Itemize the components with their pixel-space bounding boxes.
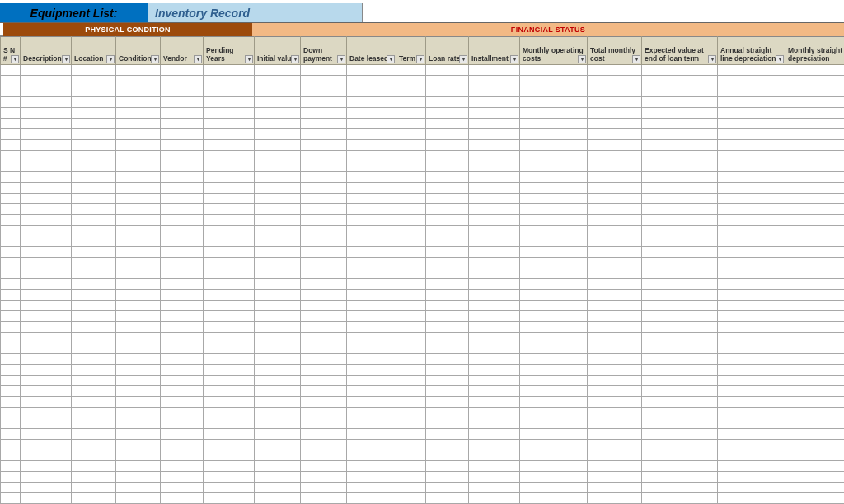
cell-loc[interactable]	[72, 301, 116, 311]
cell-cond[interactable]	[116, 386, 161, 397]
cell-pend[interactable]	[204, 472, 255, 483]
cell-date[interactable]	[347, 204, 396, 215]
cell-pend[interactable]	[204, 258, 255, 268]
cell-vend[interactable]	[161, 386, 204, 397]
cell-date[interactable]	[347, 151, 396, 161]
cell-pend[interactable]	[204, 65, 255, 76]
cell-inst[interactable]	[469, 440, 520, 450]
column-header-tmc[interactable]: Total monthly cost▾	[588, 37, 642, 65]
cell-loan[interactable]	[426, 268, 469, 279]
cell-inst[interactable]	[469, 450, 520, 461]
cell-ev[interactable]	[642, 215, 718, 226]
cell-vend[interactable]	[161, 354, 204, 365]
cell-inst[interactable]	[469, 397, 520, 408]
cell-term[interactable]	[396, 108, 426, 119]
cell-init[interactable]	[255, 376, 301, 386]
cell-inst[interactable]	[469, 429, 520, 440]
cell-inst[interactable]	[469, 493, 520, 504]
cell-cond[interactable]	[116, 204, 161, 215]
cell-asd[interactable]	[718, 354, 785, 365]
cell-inst[interactable]	[469, 333, 520, 343]
cell-tmc[interactable]	[588, 472, 642, 483]
cell-desc[interactable]	[21, 343, 72, 354]
cell-asd[interactable]	[718, 440, 785, 450]
cell-asd[interactable]	[718, 279, 785, 290]
cell-mop[interactable]	[520, 461, 588, 472]
cell-date[interactable]	[347, 397, 396, 408]
cell-sn[interactable]	[1, 450, 21, 461]
cell-desc[interactable]	[21, 493, 72, 504]
cell-vend[interactable]	[161, 97, 204, 108]
cell-date[interactable]	[347, 386, 396, 397]
cell-asd[interactable]	[718, 97, 785, 108]
cell-term[interactable]	[396, 483, 426, 493]
cell-down[interactable]	[301, 247, 347, 258]
cell-sn[interactable]	[1, 365, 21, 376]
cell-init[interactable]	[255, 183, 301, 194]
cell-inst[interactable]	[469, 472, 520, 483]
cell-msd[interactable]	[785, 194, 845, 204]
cell-inst[interactable]	[469, 408, 520, 418]
cell-vend[interactable]	[161, 376, 204, 386]
cell-cond[interactable]	[116, 301, 161, 311]
cell-cond[interactable]	[116, 279, 161, 290]
cell-down[interactable]	[301, 65, 347, 76]
cell-sn[interactable]	[1, 343, 21, 354]
cell-inst[interactable]	[469, 376, 520, 386]
cell-pend[interactable]	[204, 76, 255, 86]
cell-date[interactable]	[347, 290, 396, 301]
cell-inst[interactable]	[469, 461, 520, 472]
cell-mop[interactable]	[520, 311, 588, 322]
cell-init[interactable]	[255, 333, 301, 343]
cell-inst[interactable]	[469, 129, 520, 140]
cell-mop[interactable]	[520, 268, 588, 279]
cell-msd[interactable]	[785, 450, 845, 461]
cell-pend[interactable]	[204, 450, 255, 461]
cell-mop[interactable]	[520, 76, 588, 86]
cell-msd[interactable]	[785, 86, 845, 97]
cell-loan[interactable]	[426, 343, 469, 354]
cell-term[interactable]	[396, 76, 426, 86]
cell-ev[interactable]	[642, 322, 718, 333]
cell-tmc[interactable]	[588, 151, 642, 161]
cell-loan[interactable]	[426, 226, 469, 236]
cell-msd[interactable]	[785, 483, 845, 493]
cell-tmc[interactable]	[588, 397, 642, 408]
filter-dropdown-icon[interactable]: ▾	[708, 55, 716, 63]
cell-cond[interactable]	[116, 258, 161, 268]
cell-cond[interactable]	[116, 440, 161, 450]
cell-mop[interactable]	[520, 365, 588, 376]
cell-inst[interactable]	[469, 322, 520, 333]
cell-loc[interactable]	[72, 461, 116, 472]
cell-inst[interactable]	[469, 386, 520, 397]
cell-loc[interactable]	[72, 418, 116, 429]
cell-loan[interactable]	[426, 483, 469, 493]
cell-init[interactable]	[255, 472, 301, 483]
cell-mop[interactable]	[520, 333, 588, 343]
cell-mop[interactable]	[520, 65, 588, 76]
cell-loc[interactable]	[72, 76, 116, 86]
cell-cond[interactable]	[116, 247, 161, 258]
cell-inst[interactable]	[469, 97, 520, 108]
cell-init[interactable]	[255, 97, 301, 108]
cell-loc[interactable]	[72, 119, 116, 129]
cell-desc[interactable]	[21, 183, 72, 194]
cell-init[interactable]	[255, 429, 301, 440]
cell-ev[interactable]	[642, 97, 718, 108]
cell-asd[interactable]	[718, 290, 785, 301]
filter-dropdown-icon[interactable]: ▾	[387, 55, 395, 63]
cell-tmc[interactable]	[588, 172, 642, 183]
cell-term[interactable]	[396, 279, 426, 290]
cell-loc[interactable]	[72, 161, 116, 172]
cell-desc[interactable]	[21, 108, 72, 119]
column-header-cond[interactable]: Condition▾	[116, 37, 161, 65]
cell-down[interactable]	[301, 183, 347, 194]
cell-inst[interactable]	[469, 204, 520, 215]
cell-sn[interactable]	[1, 483, 21, 493]
cell-tmc[interactable]	[588, 279, 642, 290]
cell-asd[interactable]	[718, 472, 785, 483]
column-header-desc[interactable]: Description▾	[21, 37, 72, 65]
cell-sn[interactable]	[1, 97, 21, 108]
cell-init[interactable]	[255, 258, 301, 268]
cell-pend[interactable]	[204, 119, 255, 129]
